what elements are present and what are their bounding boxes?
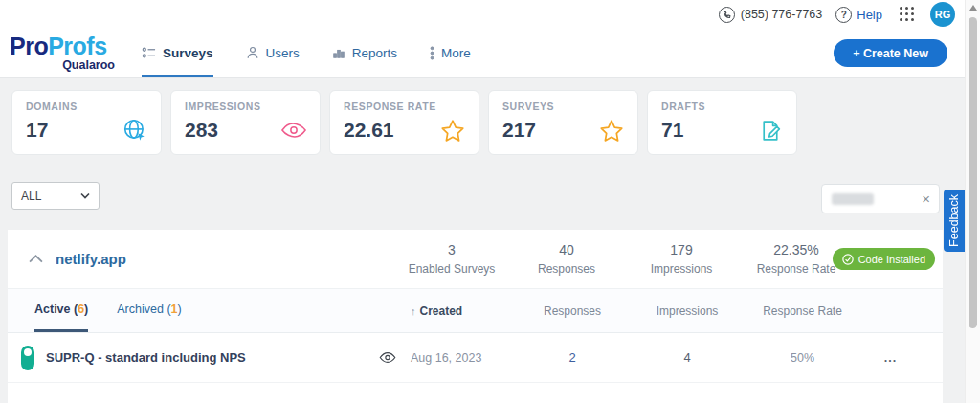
chevron-down-icon	[80, 192, 90, 199]
star-icon	[599, 118, 624, 143]
domain-filter-select[interactable]: ALL	[11, 182, 100, 210]
stat-label: Impressions	[651, 262, 713, 276]
domain-summary-row: netlify.app 3 Enabled Surveys 40 Respons…	[8, 230, 943, 289]
scroll-up-button[interactable]	[969, 5, 977, 11]
stat-value: 3	[448, 242, 456, 257]
stat-card-impressions: IMPRESSIONS 283	[170, 90, 321, 155]
nav-item-surveys[interactable]: Surveys	[142, 29, 213, 77]
avatar[interactable]: RG	[930, 2, 955, 27]
stat-cards-row: DOMAINS 17 IMPRESSIONS 283 RESPONSE RATE…	[11, 90, 797, 155]
card-label: DOMAINS	[26, 101, 147, 112]
phone-contact[interactable]: (855) 776-7763	[719, 7, 822, 23]
tab-label: Archived (	[117, 302, 170, 316]
create-new-button[interactable]: + Create New	[834, 39, 947, 67]
nav-item-reports[interactable]: Reports	[332, 29, 397, 77]
nav-label: Reports	[352, 46, 397, 60]
surveys-icon	[142, 46, 156, 60]
code-installed-badge: Code Installed	[833, 248, 935, 270]
logo-subtitle: Qualaroo	[10, 59, 115, 72]
sort-ascending-icon: ↑	[411, 305, 416, 317]
cell-created-date: Aug 16, 2023	[411, 333, 506, 382]
badge-label: Code Installed	[858, 254, 925, 265]
collapse-chevron-icon[interactable]	[29, 255, 43, 263]
apps-grid-icon[interactable]	[900, 7, 915, 22]
card-label: RESPONSE RATE	[344, 101, 465, 112]
stat-value: 22.35%	[773, 242, 818, 257]
nav-label: Users	[266, 46, 300, 60]
feedback-tab[interactable]: Feedback	[944, 190, 965, 252]
preview-eye-icon[interactable]	[379, 333, 396, 382]
help-label: Help	[857, 8, 882, 22]
search-clear-icon[interactable]: ×	[922, 190, 930, 207]
eye-icon	[281, 118, 306, 143]
card-label: IMPRESSIONS	[185, 101, 306, 112]
scrollbar-thumb[interactable]	[969, 17, 977, 328]
feedback-tab-label: Feedback	[947, 194, 961, 247]
survey-enabled-toggle[interactable]	[21, 346, 34, 370]
survey-table-row: SUPR-Q - standard including NPS Aug 16, …	[8, 333, 943, 383]
selected-filter-value: ALL	[21, 190, 41, 203]
domain-stat-enabled-surveys: 3 Enabled Surveys	[394, 230, 509, 288]
logo-wordmark: ProProfs	[10, 34, 115, 58]
tab-label-close: )	[178, 302, 182, 316]
tab-count: 6	[78, 302, 84, 316]
stat-label: Response Rate	[757, 262, 836, 276]
check-circle-icon	[842, 254, 854, 265]
domain-name-link[interactable]: netlify.app	[56, 251, 126, 267]
stat-label: Responses	[538, 262, 595, 276]
nav-item-more[interactable]: More	[430, 29, 471, 77]
stat-card-response-rate: RESPONSE RATE 22.61	[329, 90, 479, 155]
domain-panel: netlify.app 3 Enabled Surveys 40 Respons…	[8, 230, 943, 403]
search-input[interactable]: ×	[821, 184, 940, 213]
header-label: Created	[420, 304, 463, 318]
phone-icon	[719, 7, 735, 23]
phone-number: (855) 776-7763	[741, 8, 822, 21]
nav-label: Surveys	[163, 46, 213, 60]
star-icon	[440, 118, 465, 143]
row-more-menu-button[interactable]: ...	[850, 333, 931, 382]
question-icon: ?	[835, 7, 852, 23]
more-dots-icon	[430, 46, 434, 60]
stat-card-drafts: DRAFTS 71	[647, 90, 797, 155]
column-header-created[interactable]: ↑ Created	[411, 289, 506, 332]
top-utility-bar: (855) 776-7763 ? Help RG	[0, 0, 965, 29]
domain-stats: 3 Enabled Surveys 40 Responses 179 Impre…	[394, 230, 854, 288]
search-redacted-text	[832, 193, 874, 205]
tab-label: Active (	[34, 302, 78, 316]
scrollbar[interactable]	[965, 0, 980, 403]
domain-stat-responses: 40 Responses	[509, 230, 624, 288]
stat-value: 40	[559, 242, 574, 257]
survey-name-link[interactable]: SUPR-Q - standard including NPS	[46, 333, 246, 382]
proprofs-logo[interactable]: ProProfs Qualaroo	[10, 34, 115, 72]
nav-items: Surveys Users Reports More	[142, 29, 471, 77]
card-label: SURVEYS	[502, 101, 624, 112]
card-label: DRAFTS	[661, 101, 783, 112]
stat-value: 179	[670, 242, 692, 257]
tab-count: 1	[171, 302, 178, 316]
column-header-responses[interactable]: Responses	[505, 289, 639, 332]
domain-stat-impressions: 179 Impressions	[624, 230, 739, 288]
app-window: (855) 776-7763 ? Help RG ProProfs Qualar…	[0, 0, 980, 403]
cell-responses-link[interactable]: 2	[505, 333, 639, 382]
users-icon	[246, 46, 259, 59]
globe-icon	[122, 118, 147, 143]
reports-icon	[332, 46, 345, 59]
stat-label: Enabled Surveys	[409, 262, 496, 276]
stat-card-domains: DOMAINS 17	[11, 90, 162, 155]
nav-item-users[interactable]: Users	[246, 29, 300, 77]
main-nav-bar: ProProfs Qualaroo Surveys Users Reports …	[0, 29, 965, 78]
column-header-response-rate[interactable]: Response Rate	[733, 289, 872, 332]
stat-card-surveys: SURVEYS 217	[488, 90, 638, 155]
draft-doc-icon	[758, 118, 783, 143]
tab-active-surveys[interactable]: Active (6)	[34, 289, 88, 332]
nav-label: More	[441, 46, 471, 60]
help-button[interactable]: ? Help	[835, 7, 882, 23]
tab-archived-surveys[interactable]: Archived (1)	[117, 289, 181, 332]
tab-label-close: )	[84, 302, 88, 316]
survey-list-header-band: Active (6) Archived (1) ↑ Created Respon…	[8, 289, 943, 333]
